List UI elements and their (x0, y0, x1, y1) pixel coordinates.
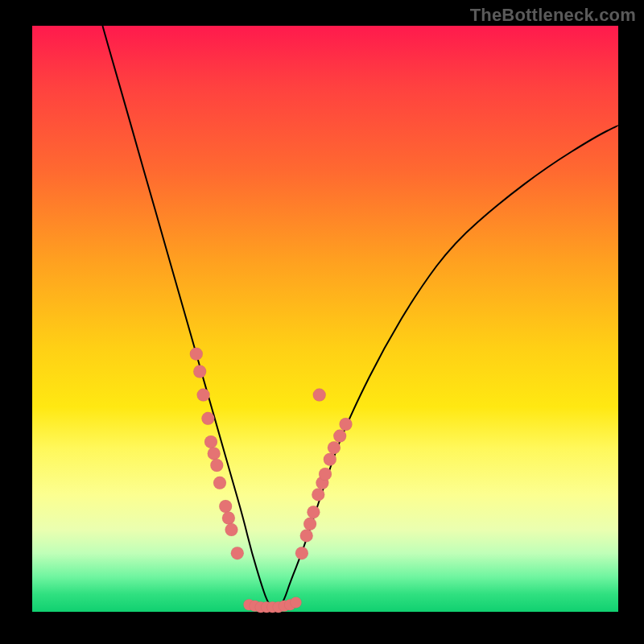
svg-point-3 (201, 412, 214, 425)
chart-container: { "watermark": "TheBottleneck.com", "col… (0, 0, 644, 644)
svg-point-0 (190, 348, 203, 361)
svg-point-4 (204, 436, 217, 448)
svg-point-6 (210, 459, 223, 472)
svg-point-8 (219, 500, 232, 513)
bottleneck-curve (102, 26, 618, 609)
dot-cluster-left (190, 348, 244, 560)
svg-point-18 (319, 468, 332, 481)
svg-point-23 (313, 389, 326, 402)
watermark-text: TheBottleneck.com (470, 5, 636, 26)
dot-cluster-valley (243, 597, 301, 613)
svg-point-2 (197, 389, 210, 402)
svg-point-15 (307, 506, 320, 518)
svg-point-22 (340, 418, 353, 431)
svg-point-21 (333, 430, 346, 443)
svg-point-1 (193, 365, 206, 378)
svg-point-13 (300, 529, 313, 542)
svg-point-10 (225, 523, 238, 536)
svg-point-32 (291, 597, 302, 608)
dot-cluster-right (295, 389, 353, 560)
svg-point-11 (231, 547, 244, 559)
svg-point-9 (222, 512, 235, 525)
svg-point-5 (208, 447, 221, 460)
svg-point-12 (295, 547, 308, 559)
svg-point-14 (303, 518, 316, 530)
plot-area (32, 26, 618, 612)
svg-point-20 (328, 441, 341, 454)
curve-layer (32, 26, 618, 612)
svg-point-16 (312, 488, 324, 501)
svg-point-7 (213, 477, 226, 489)
svg-point-19 (324, 453, 336, 466)
